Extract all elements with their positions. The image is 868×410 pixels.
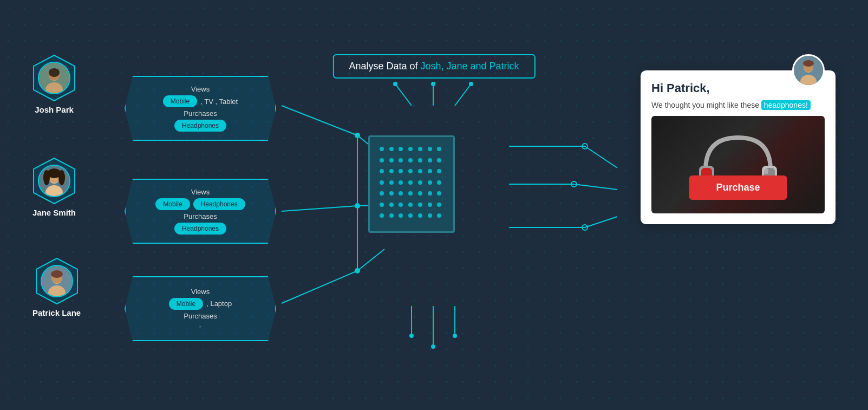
josh-avatar-hex xyxy=(32,54,76,102)
svg-point-13 xyxy=(571,181,577,187)
patrick-avatar-hex xyxy=(35,257,79,305)
josh-avatar xyxy=(38,62,70,94)
svg-point-27 xyxy=(431,344,435,349)
svg-point-62 xyxy=(764,168,768,174)
svg-point-38 xyxy=(49,68,60,77)
jane-purchase-tag-0: Headphones xyxy=(174,223,226,235)
josh-purchase-tag-0: Headphones xyxy=(174,120,226,132)
svg-point-28 xyxy=(453,334,457,338)
josh-name: Josh Park xyxy=(35,105,74,114)
svg-point-45 xyxy=(43,170,50,185)
josh-views-label: Views xyxy=(191,85,210,93)
person-josh: Josh Park xyxy=(32,54,76,114)
svg-point-20 xyxy=(393,82,397,86)
svg-point-57 xyxy=(803,60,814,67)
svg-point-52 xyxy=(51,270,63,278)
analyse-label: Analyse Data of Josh, Jane and Patrick xyxy=(332,54,535,79)
josh-view-tag-0: Mobile xyxy=(163,95,197,107)
svg-line-4 xyxy=(282,271,357,303)
jane-name: Jane Smith xyxy=(32,208,76,217)
analyse-names: Josh, Jane and Patrick xyxy=(420,61,519,71)
person-patrick: Patrick Lane xyxy=(32,257,81,317)
svg-line-15 xyxy=(585,217,617,227)
jane-purchases-label: Purchases xyxy=(184,212,217,220)
josh-purchases-label: Purchases xyxy=(184,109,217,118)
cpu-inner xyxy=(368,135,455,233)
patrick-avatar xyxy=(41,265,73,297)
svg-line-2 xyxy=(282,106,357,135)
patrick-view-tag-0: Mobile xyxy=(169,298,203,310)
jane-view-tag-1: Headphones xyxy=(193,198,245,210)
jane-view-tag-0: Mobile xyxy=(155,198,190,210)
svg-point-22 xyxy=(469,82,473,86)
josh-data-box: Views Mobile , TV , Tablet Purchases Hea… xyxy=(125,76,276,141)
svg-point-10 xyxy=(582,144,588,149)
person-jane: Jane Smith xyxy=(32,157,76,217)
purchase-button[interactable]: Purchase xyxy=(689,175,787,200)
svg-line-12 xyxy=(574,184,617,190)
patrick-name: Patrick Lane xyxy=(32,308,81,317)
svg-line-17 xyxy=(395,84,412,106)
svg-point-16 xyxy=(582,225,588,230)
svg-line-32 xyxy=(357,249,384,271)
patrick-purchases-label: Purchases xyxy=(184,312,217,320)
patrick-data-box: Views Mobile , Laptop Purchases - xyxy=(125,276,276,341)
jane-views-label: Views xyxy=(191,188,210,196)
patrick-views-label: Views xyxy=(191,288,210,296)
recommendation-card: Hi Patrick, We thought you might like th… xyxy=(641,70,836,224)
svg-point-7 xyxy=(355,268,360,274)
jane-avatar xyxy=(38,165,70,197)
rec-body: We thought you might like these headphon… xyxy=(651,101,825,109)
patrick-purchase-tag-0: - xyxy=(199,322,201,330)
svg-line-19 xyxy=(455,84,471,106)
jane-data-box: Views Mobile Headphones Purchases Headph… xyxy=(125,179,276,244)
rec-highlight: headphones! xyxy=(761,100,811,110)
cpu-chip xyxy=(357,125,466,244)
svg-line-9 xyxy=(585,146,617,168)
svg-line-3 xyxy=(282,206,357,211)
svg-point-26 xyxy=(409,334,414,338)
svg-point-46 xyxy=(58,170,65,185)
svg-point-21 xyxy=(431,82,435,86)
cpu-dots xyxy=(370,137,453,231)
jane-avatar-hex xyxy=(32,157,76,205)
headphones-image: Purchase xyxy=(651,116,825,213)
patrick-rec-avatar xyxy=(792,54,825,87)
